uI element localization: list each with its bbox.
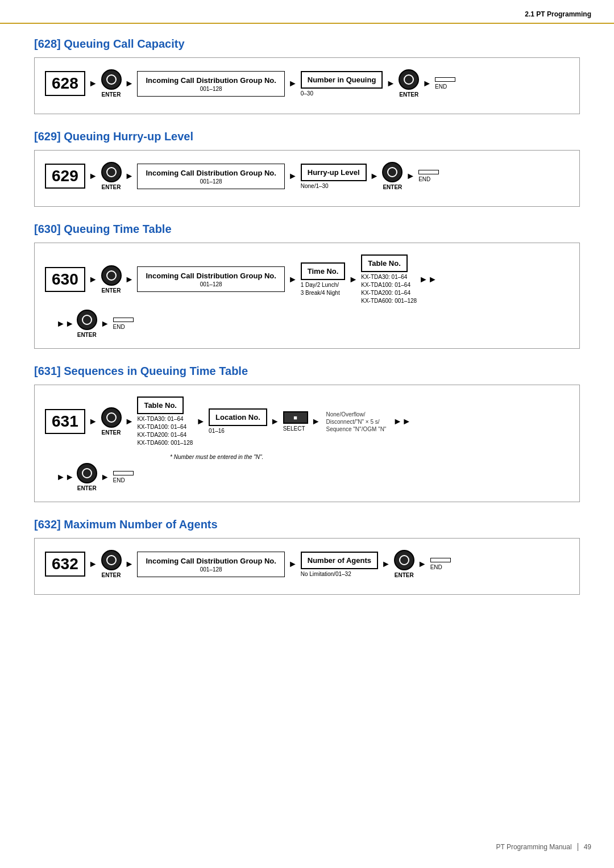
diagram-630: 630 ► ENTER ► Incoming Call Distribution… xyxy=(34,243,580,349)
end-box-629 xyxy=(418,170,439,174)
table-no-sublabel3-630: KX-TDA200: 01–64 xyxy=(361,290,410,296)
agents-632-stack: Number of Agents No Limitation/01–32 xyxy=(301,552,378,577)
table-no-sub1-631: KX-TDA30: 01–64 xyxy=(137,416,183,422)
arrow-632-2: ► xyxy=(125,559,134,569)
enter-btn-632a[interactable]: ENTER xyxy=(101,550,122,578)
main-box-628-stack: Number in Queuing 0–30 xyxy=(301,71,383,97)
end-629-stack: END xyxy=(418,170,439,182)
section-628-title: [628] Queuing Call Capacity xyxy=(34,37,580,51)
note-631: * Number must be entered in the "N". xyxy=(170,452,569,461)
table-no-sublabel1-630: KX-TDA30: 01–64 xyxy=(361,274,407,280)
arrow-2: ► xyxy=(125,78,134,89)
enter-btn-630a[interactable]: ENTER xyxy=(101,265,122,294)
main-box-629: Hurry-up Level xyxy=(301,164,367,181)
arrow-631-5: ► xyxy=(312,416,321,427)
section-632: [632] Maximum Number of Agents 632 ► ENT… xyxy=(34,518,580,595)
arrow-629-2: ► xyxy=(125,171,134,181)
table-no-sub4-631: KX-TDA600: 001–128 xyxy=(137,440,193,446)
end-box-632 xyxy=(430,558,451,562)
location-no-sublabel-631: 01–16 xyxy=(209,428,225,434)
end-label-630: END xyxy=(113,324,125,330)
section-632-title: [632] Maximum Number of Agents xyxy=(34,518,580,531)
select-box-631[interactable]: ■ xyxy=(283,411,308,424)
note-text-631: * Number must be entered in the "N". xyxy=(170,454,263,460)
arrow-1: ► xyxy=(89,78,98,89)
table-no-sublabel2-630: KX-TDA100: 01–64 xyxy=(361,282,410,288)
icd-sublabel-629: 001–128 xyxy=(146,178,276,185)
table-no-sub2-631: KX-TDA100: 01–64 xyxy=(137,424,186,430)
section-631-title: [631] Sequences in Queuing Time Table xyxy=(34,365,580,378)
footer-divider xyxy=(578,843,578,851)
icd-sublabel-630: 001–128 xyxy=(146,281,276,287)
section-630-title: [630] Queuing Time Table xyxy=(34,223,580,236)
option-1-631: None/Overflow/ xyxy=(326,411,366,418)
end-631-stack: END xyxy=(113,471,134,483)
end-box-630 xyxy=(113,318,134,322)
time-no-sublabel-630: 1 Day/2 Lunch/ xyxy=(301,282,339,288)
arrow-631-3: ► xyxy=(196,416,205,427)
enter-btn-630b[interactable]: ENTER xyxy=(77,310,97,338)
main-box-629-stack: Hurry-up Level None/1–30 xyxy=(301,164,367,189)
arrow-630-2: ► xyxy=(125,274,134,285)
icd-box-629: Incoming Call Distribution Group No. 001… xyxy=(137,164,285,189)
location-no-box-631: Location No. xyxy=(209,408,267,426)
option-3-631: Sequence "N"/OGM "N" xyxy=(326,426,387,432)
end-label-628: END xyxy=(435,84,447,90)
table-no-sublabel4-630: KX-TDA600: 001–128 xyxy=(361,298,417,304)
icd-sublabel-632: 001–128 xyxy=(146,566,276,573)
main-sublabel-629: None/1–30 xyxy=(301,183,329,189)
enter-btn-631b[interactable]: ENTER xyxy=(77,463,97,491)
footer-text: PT Programming Manual xyxy=(496,843,571,851)
diagram-631: 631 ► ENTER ► Table No. KX-TDA30: 01–64 … xyxy=(34,385,580,502)
arrow-630-1: ► xyxy=(89,274,98,285)
select-label-631: SELECT xyxy=(283,425,305,432)
enter-btn-629b[interactable]: ENTER xyxy=(382,162,403,190)
arrow-5: ► xyxy=(422,78,432,89)
agents-sublabel-632: No Limitation/01–32 xyxy=(301,571,351,577)
arrow-4: ► xyxy=(386,78,395,89)
enter-btn-628a[interactable]: ENTER xyxy=(101,69,122,98)
arrow-632-4: ► xyxy=(381,559,391,569)
end-630-stack: END xyxy=(113,318,134,330)
end-label-632: END xyxy=(430,564,442,570)
arrow-632-5: ► xyxy=(418,559,427,569)
section-628: [628] Queuing Call Capacity 628 ► ENTER … xyxy=(34,37,580,114)
main-box-628: Number in Queuing xyxy=(301,71,383,89)
arrow-630-5: ► xyxy=(101,319,110,329)
end-628-stack: END xyxy=(435,77,455,90)
section-630: [630] Queuing Time Table 630 ► ENTER ► I… xyxy=(34,223,580,349)
arrow-631-2: ► xyxy=(125,416,134,427)
page-header: 2.1 PT Programming xyxy=(0,0,614,24)
diagram-629: 629 ► ENTER ► Incoming Call Distribution… xyxy=(34,150,580,207)
arrow-632-3: ► xyxy=(288,559,297,569)
num-630: 630 xyxy=(45,267,85,292)
arrow-629-4: ► xyxy=(370,171,379,181)
enter-btn-631a[interactable]: ENTER xyxy=(101,407,122,436)
header-section-label: 2.1 PT Programming xyxy=(525,10,591,18)
arrow-3: ► xyxy=(288,78,297,89)
section-631: [631] Sequences in Queuing Time Table 63… xyxy=(34,365,580,502)
double-arrow-630: ►► xyxy=(419,274,437,285)
table-no-631-stack: Table No. KX-TDA30: 01–64 KX-TDA100: 01–… xyxy=(137,397,193,446)
enter-btn-632b[interactable]: ENTER xyxy=(394,550,414,578)
section-629: [629] Queuing Hurry-up Level 629 ► ENTER… xyxy=(34,130,580,207)
num-628: 628 xyxy=(45,71,85,96)
time-no-box-630: Time No. xyxy=(301,262,346,280)
diagram-628: 628 ► ENTER ► Incoming Call Distribution… xyxy=(34,57,580,114)
arrow-629-3: ► xyxy=(288,171,297,181)
num-631: 631 xyxy=(45,409,85,434)
enter-btn-628b[interactable]: ENTER xyxy=(399,69,419,98)
main-sublabel-628: 0–30 xyxy=(301,90,313,97)
arrow-631-6: ► xyxy=(101,472,110,482)
footer-page: 49 xyxy=(584,843,591,851)
double-arrow-631a: ►► xyxy=(393,416,411,427)
enter-btn-629a[interactable]: ENTER xyxy=(101,162,122,190)
arrow-630-3: ► xyxy=(288,274,297,285)
time-no-sublabel2-630: 3 Break/4 Night xyxy=(301,290,340,296)
arrow-631-4: ► xyxy=(271,416,280,427)
table-no-sub3-631: KX-TDA200: 01–64 xyxy=(137,432,186,438)
table-no-box-631: Table No. xyxy=(137,397,184,414)
time-no-630-stack: Time No. 1 Day/2 Lunch/ 3 Break/4 Night xyxy=(301,262,346,296)
end-632-stack: END xyxy=(430,558,451,570)
double-arrow-631b: ►► xyxy=(56,472,74,482)
